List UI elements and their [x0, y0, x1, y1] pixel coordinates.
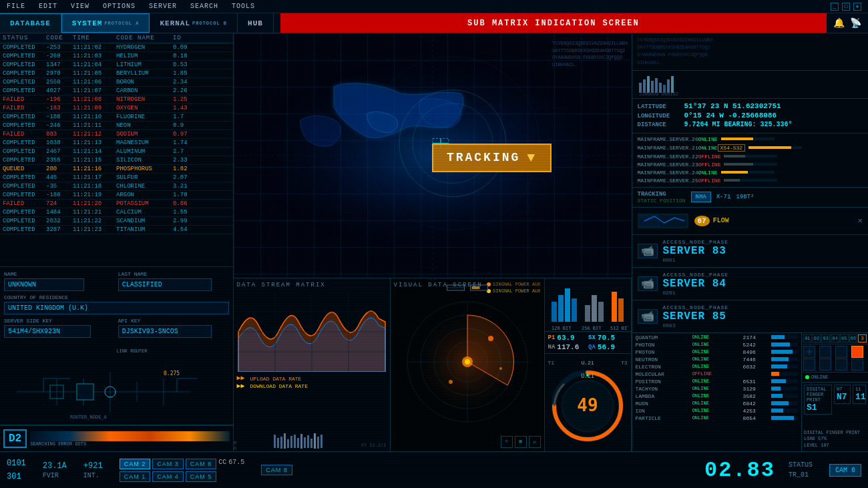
maximize-button[interactable]: □	[842, 3, 850, 11]
server-row: MAINFRAME.SERVER.22 OFFLINE	[638, 153, 863, 160]
thumb-6	[819, 358, 831, 371]
col-id: ID	[173, 35, 200, 41]
cam1-button[interactable]: CAM 1	[120, 471, 151, 482]
cell-status: COMPLETED	[3, 148, 46, 155]
s1-value: S1	[807, 403, 829, 413]
country-input[interactable]	[4, 302, 229, 314]
api-key-input[interactable]	[118, 325, 212, 338]
particle-bar	[771, 416, 794, 420]
server-bar	[748, 146, 791, 149]
server-key-input[interactable]	[4, 325, 91, 338]
right-section: TCYD8Q6I3Q3EU1VAZZAH2ILLWBX SKY7TSDBRGXX…	[632, 33, 869, 451]
svg-rect-40	[307, 435, 309, 448]
particle-row: MUON ONLINE 6842	[636, 401, 799, 407]
visual-btn-1[interactable]: +	[501, 436, 513, 448]
bell-icon[interactable]: 🔔	[833, 17, 845, 29]
cam4-button[interactable]: CAM 4	[152, 471, 184, 482]
cell-time: 11:21:07	[73, 87, 116, 94]
cell-status: FAILED	[3, 105, 46, 111]
cell-name: SULFUR	[116, 174, 173, 181]
node-83-id: 0001	[663, 257, 863, 263]
searching-label: SEARCHING ERROR DOTS	[30, 441, 229, 447]
svg-rect-70	[612, 292, 617, 322]
minimize-button[interactable]: _	[831, 3, 839, 11]
table-row: COMPLETED -188 11:21:10 FLUORINE 1.7	[0, 113, 233, 121]
coordinates-block: LATITUDE 51°37 23 N 51.62302751 LONGITUD…	[632, 99, 869, 134]
server-name: MAINFRAME.SERVER.23	[638, 162, 698, 168]
menu-edit[interactable]: EDIT	[39, 3, 57, 10]
cell-id: 2.34	[173, 79, 200, 85]
particle-val: 3129	[732, 386, 756, 392]
cam5-button[interactable]: CAM 5	[186, 471, 217, 482]
menu-options[interactable]: OPTIONS	[103, 3, 136, 10]
cam6-row1-button[interactable]: CAM 6	[186, 459, 217, 469]
country-label: COUNTRY OF RESIDENCE	[4, 294, 229, 300]
server-name: MAINFRAME.SERVER.24	[638, 170, 698, 176]
particle-val: 8496	[732, 349, 756, 355]
s1-footer: DIGITAL FINGER PRINT	[804, 430, 866, 437]
particle-name: PROTON	[636, 349, 679, 355]
particle-name: ION	[636, 408, 679, 414]
particle-status: ONLINE	[692, 393, 719, 399]
lastname-input[interactable]	[118, 278, 212, 291]
flow-close-button[interactable]: ✕	[858, 216, 863, 226]
tracking-nha-button[interactable]: NHA	[691, 192, 711, 202]
camera-icon-84: 📹	[638, 276, 658, 291]
menu-tools[interactable]: TOOLS	[232, 3, 255, 10]
table-row: COMPLETED -269 11:21:03 HELIUM 0.18	[0, 52, 233, 61]
cam8-button[interactable]: CAM 8	[261, 465, 292, 475]
data-table: STATUS CODE TIME CODE NAME ID COMPLETED …	[0, 33, 233, 266]
particle-status: ONLINE	[692, 334, 719, 340]
camera-icon-83: 📹	[638, 244, 658, 258]
na-label: NA	[548, 344, 556, 350]
particle-list: QUANTUM ONLINE 2174 PHOTON ONLINE 5242 P…	[632, 333, 802, 451]
particle-bar	[771, 372, 779, 376]
menu-search[interactable]: SEARCH	[190, 3, 218, 10]
cam6-badge[interactable]: CAM 6	[829, 464, 861, 477]
particle-val: 7446	[732, 356, 756, 362]
cam3-button[interactable]: CAM 3	[152, 459, 184, 469]
particle-bar	[771, 409, 783, 413]
visual-btn-3[interactable]: ✕	[529, 436, 541, 448]
menu-server[interactable]: SERVER	[149, 3, 177, 10]
cam2-button[interactable]: CAM 2	[120, 459, 151, 469]
p1-value: 63.9	[557, 334, 574, 342]
top-nav: DATABASE SYSTEM PROTOCOL A KERNAL PROTOC…	[0, 13, 868, 33]
tab-hub[interactable]: HUB	[238, 13, 274, 33]
tab-database[interactable]: DATABASE	[0, 13, 61, 33]
tab-system[interactable]: SYSTEM PROTOCOL A	[61, 13, 150, 33]
particle-bar-container	[771, 372, 798, 376]
server-status: OFFLINE	[698, 178, 721, 184]
lat-value: 51°37 23 N 51.62302751	[684, 102, 781, 110]
keys-row: SERVER SIDE KEY API KEY	[4, 318, 229, 338]
close-button[interactable]: ✕	[853, 3, 861, 11]
tab-kernal[interactable]: KERNAL PROTOCOL B	[150, 13, 238, 33]
cell-id: 1.25	[173, 96, 200, 103]
cell-id: 1.85	[173, 70, 200, 77]
table-row: COMPLETED -186 11:21:19 ARGON 1.78	[0, 191, 233, 200]
particle-bar	[771, 401, 789, 405]
server-name: MAINFRAME.SERVER.21	[638, 145, 698, 151]
svg-point-56	[488, 336, 493, 341]
visual-btn-2[interactable]: ■	[515, 436, 527, 448]
svg-rect-42	[314, 433, 316, 449]
cell-status: FAILED	[3, 200, 46, 207]
menu-view[interactable]: VIEW	[71, 3, 89, 10]
server-bar	[721, 138, 753, 140]
menu-file[interactable]: FILE	[7, 3, 25, 10]
cell-code: 280	[46, 166, 73, 172]
cell-id: 0.53	[173, 61, 200, 68]
svg-rect-63	[552, 302, 557, 322]
raw-2: SKY7TSDBRGXXSH9ZEAHGBT7UQ2	[638, 44, 863, 51]
svg-rect-33	[284, 433, 286, 449]
cc-value: 67.5	[228, 459, 244, 469]
cell-status: COMPLETED	[3, 87, 46, 94]
tracking-label: TRACKING ▼	[432, 144, 552, 172]
cell-name: BORON	[116, 79, 173, 85]
gauge-panel: 128 BIT 256 BIT 512 BIT P1 63.9 SX 70.5	[545, 278, 632, 451]
node-84-name: SERVER 84	[663, 278, 863, 290]
cell-time: 11:21:18	[73, 183, 116, 190]
cell-status: COMPLETED	[3, 53, 46, 59]
left-panel: STATUS CODE TIME CODE NAME ID COMPLETED …	[0, 33, 234, 451]
name-input[interactable]	[4, 278, 84, 291]
